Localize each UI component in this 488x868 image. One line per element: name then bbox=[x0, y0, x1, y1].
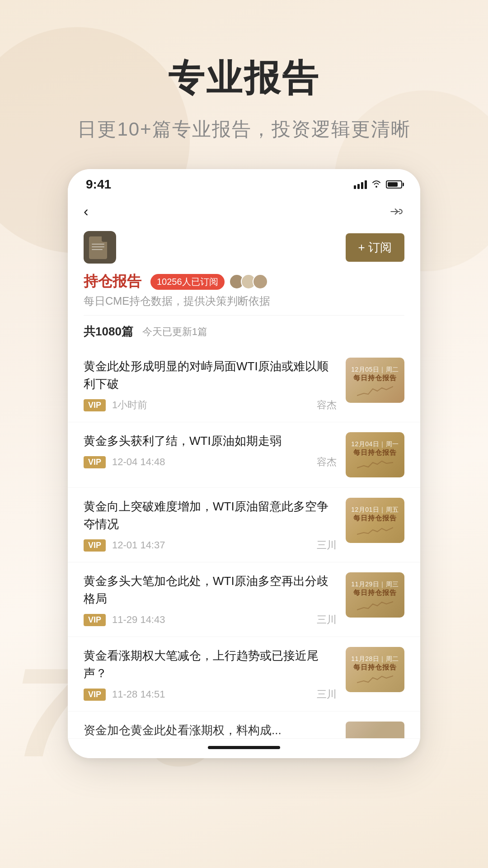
subscribe-button[interactable]: + 订阅 bbox=[346, 233, 404, 262]
article-time: 12-04 14:48 bbox=[112, 456, 165, 468]
home-indicator bbox=[68, 739, 420, 758]
article-item[interactable]: 黄金看涨期权大笔减仓，上行趋势或已接近尾声？ VIP 11-28 14:51 三… bbox=[68, 637, 420, 712]
article-title: 黄金多头获利了结，WTI原油如期走弱 bbox=[84, 432, 337, 450]
thumb-date: 12月01日｜周五 bbox=[351, 506, 399, 514]
back-button[interactable]: ‹ bbox=[84, 203, 89, 220]
vip-badge: VIP bbox=[84, 539, 106, 552]
article-title: 黄金此处形成明显的对峙局面WTI原油或难以顺利下破 bbox=[84, 358, 337, 393]
vip-badge: VIP bbox=[84, 689, 106, 701]
vip-badge: VIP bbox=[84, 614, 106, 626]
channel-icon bbox=[84, 231, 116, 264]
article-meta: VIP 11-28 14:51 三川 bbox=[84, 688, 337, 701]
channel-description: 每日CME持仓数据，提供决策判断依据 bbox=[84, 294, 404, 308]
article-item[interactable]: 黄金多头获利了结，WTI原油如期走弱 VIP 12-04 14:48 容杰 12… bbox=[68, 422, 420, 488]
article-meta: VIP 12-01 14:37 三川 bbox=[84, 538, 337, 552]
status-icons bbox=[354, 179, 402, 190]
channel-header: + 订阅 bbox=[68, 224, 420, 268]
article-content: 资金加仓黄金此处看涨期权，料构成... bbox=[84, 722, 337, 739]
phone-screen: 9:41 bbox=[68, 169, 420, 758]
article-time: 1小时前 bbox=[112, 398, 147, 412]
share-button[interactable] bbox=[388, 203, 404, 220]
thumb-date: 11月28日｜周二 bbox=[351, 655, 399, 663]
thumb-date: 12月04日｜周一 bbox=[351, 440, 399, 448]
article-meta: VIP 11-29 14:43 三川 bbox=[84, 613, 337, 627]
battery-icon bbox=[386, 180, 402, 189]
article-item[interactable]: 资金加仓黄金此处看涨期权，料构成... bbox=[68, 712, 420, 739]
article-author: 容杰 bbox=[317, 455, 337, 469]
thumb-title: 每日持仓报告 bbox=[351, 448, 399, 457]
article-time: 11-29 14:43 bbox=[112, 614, 165, 626]
article-thumb: 12月01日｜周五 每日持仓报告 bbox=[346, 498, 404, 543]
article-thumb: 12月05日｜周二 每日持仓报告 bbox=[346, 358, 404, 403]
wifi-icon bbox=[371, 179, 381, 190]
article-title: 黄金多头大笔加仓此处，WTI原油多空再出分歧格局 bbox=[84, 572, 337, 608]
article-title: 资金加仓黄金此处看涨期权，料构成... bbox=[84, 722, 337, 739]
article-content: 黄金多头获利了结，WTI原油如期走弱 VIP 12-04 14:48 容杰 bbox=[84, 432, 337, 469]
article-content: 黄金看涨期权大笔减仓，上行趋势或已接近尾声？ VIP 11-28 14:51 三… bbox=[84, 647, 337, 701]
channel-name-text: 持仓报告 bbox=[84, 272, 141, 292]
article-thumb: 11月28日｜周二 每日持仓报告 bbox=[346, 647, 404, 692]
home-bar bbox=[208, 746, 280, 749]
page-sub-title: 日更10+篇专业报告，投资逻辑更清晰 bbox=[77, 117, 410, 142]
thumb-title: 每日持仓报告 bbox=[351, 589, 399, 597]
article-item[interactable]: 黄金多头大笔加仓此处，WTI原油多空再出分歧格局 VIP 11-29 14:43… bbox=[68, 562, 420, 637]
subscriber-badge: 10256人已订阅 bbox=[150, 274, 225, 290]
article-title: 黄金向上突破难度增加，WTI原油留意此多空争夺情况 bbox=[84, 498, 337, 533]
article-author: 三川 bbox=[317, 613, 337, 627]
article-meta: VIP 1小时前 容杰 bbox=[84, 398, 337, 412]
article-meta: VIP 12-04 14:48 容杰 bbox=[84, 455, 337, 469]
page-main-title: 专业报告 bbox=[77, 54, 410, 103]
article-author: 三川 bbox=[317, 688, 337, 701]
thumb-title: 每日持仓报告 bbox=[351, 663, 399, 672]
article-thumb: 12月04日｜周一 每日持仓报告 bbox=[346, 432, 404, 477]
article-item[interactable]: 黄金向上突破难度增加，WTI原油留意此多空争夺情况 VIP 12-01 14:3… bbox=[68, 488, 420, 562]
vip-badge: VIP bbox=[84, 399, 106, 411]
status-bar: 9:41 bbox=[68, 169, 420, 196]
status-time: 9:41 bbox=[86, 177, 111, 192]
phone-mockup: 7 5 0 9:41 bbox=[68, 169, 420, 758]
article-time: 12-01 14:37 bbox=[112, 539, 165, 551]
article-title: 黄金看涨期权大笔减仓，上行趋势或已接近尾声？ bbox=[84, 647, 337, 682]
nav-bar: ‹ bbox=[68, 196, 420, 224]
thumb-date: 12月05日｜周二 bbox=[351, 366, 399, 374]
update-badge: 今天已更新1篇 bbox=[142, 325, 207, 339]
thumb-date: 11月29日｜周三 bbox=[351, 580, 399, 589]
article-count: 共1080篇 bbox=[84, 324, 133, 340]
article-author: 容杰 bbox=[317, 398, 337, 412]
article-content: 黄金此处形成明显的对峙局面WTI原油或难以顺利下破 VIP 1小时前 容杰 bbox=[84, 358, 337, 412]
article-thumb bbox=[346, 722, 404, 739]
article-time: 11-28 14:51 bbox=[112, 689, 165, 700]
article-author: 三川 bbox=[317, 538, 337, 552]
thumb-title: 每日持仓报告 bbox=[351, 374, 399, 382]
article-item[interactable]: 黄金此处形成明显的对峙局面WTI原油或难以顺利下破 VIP 1小时前 容杰 12… bbox=[68, 348, 420, 422]
article-list: 黄金此处形成明显的对峙局面WTI原油或难以顺利下破 VIP 1小时前 容杰 12… bbox=[68, 348, 420, 739]
article-content: 黄金向上突破难度增加，WTI原油留意此多空争夺情况 VIP 12-01 14:3… bbox=[84, 498, 337, 552]
vip-badge: VIP bbox=[84, 456, 106, 468]
avatar-group bbox=[229, 274, 268, 289]
article-content: 黄金多头大笔加仓此处，WTI原油多空再出分歧格局 VIP 11-29 14:43… bbox=[84, 572, 337, 627]
signal-icon bbox=[354, 180, 367, 189]
channel-info: 持仓报告 10256人已订阅 每日CME持仓数据，提供决策判断依据 bbox=[68, 268, 420, 315]
article-count-bar: 共1080篇 今天已更新1篇 bbox=[68, 316, 420, 348]
thumb-title: 每日持仓报告 bbox=[351, 514, 399, 523]
article-thumb: 11月29日｜周三 每日持仓报告 bbox=[346, 572, 404, 618]
